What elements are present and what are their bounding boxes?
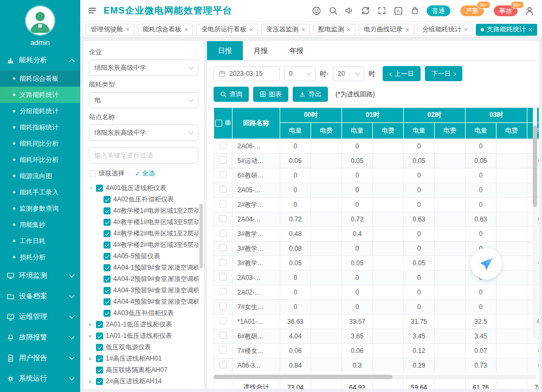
row-checkbox[interactable] [220,259,227,266]
table-row[interactable]: 6#教研...00000 [214,168,539,183]
tab-close-icon[interactable]: × [184,26,188,34]
row-checkbox[interactable] [220,171,227,178]
tab-close-icon[interactable]: × [528,26,532,34]
refresh-icon[interactable] [361,6,370,15]
caret-right-icon[interactable]: ▶ [89,334,96,338]
horizontal-scrollbar[interactable] [214,375,537,379]
sidebar-item[interactable]: 监测参数查询 [0,200,80,217]
tree-node[interactable]: 高压联络隔离柜AH07 [89,364,198,376]
tab-close-icon[interactable]: × [249,26,253,34]
sub-column-header[interactable]: 电费 [496,123,527,139]
row-checkbox[interactable] [220,361,227,368]
energy-type-select[interactable]: 电 [89,92,198,108]
tree-node[interactable]: 4A03低压补偿柜仪表 [89,308,198,319]
table-row[interactable]: 2A02-...00000 [214,285,539,300]
scrollbar-thumb[interactable] [214,375,392,379]
sidebar-section[interactable]: 运维管理 [0,306,80,327]
table-row[interactable]: 2A04-...0.720.720.630.630.6 [214,212,539,227]
sidebar-item[interactable]: 能耗同比分析 [0,135,80,152]
table-row[interactable]: 6#教研...4.043.653.453.453.4 [214,329,539,344]
sub-column-header[interactable]: 电量 [466,123,496,139]
hour-group-header[interactable]: 02时 [404,108,466,123]
sub-column-header[interactable]: 电量 [342,123,373,139]
volume-icon[interactable] [345,6,354,15]
tree-node[interactable]: ▶1#高压进线柜AH01操显 [89,387,198,389]
date-picker[interactable]: 2023-03-15 [214,66,280,81]
row-checkbox[interactable] [220,186,227,193]
tree-checkbox[interactable] [104,310,111,317]
search-icon[interactable] [328,6,338,15]
row-checkbox[interactable] [220,200,227,207]
sub-column-header[interactable]: 电量 [280,123,311,139]
row-checkbox[interactable] [220,156,227,164]
filter-panel-scrollbar[interactable] [199,204,203,388]
tree-node[interactable]: 低压双电源仪表 [89,342,198,353]
tree-checkbox[interactable] [96,344,103,351]
alert-badge[interactable]: 普通 [427,5,450,16]
tree-node[interactable]: ▶2#高压进线柜AH14 [89,376,198,387]
sub-column-header[interactable]: 电费 [311,123,342,139]
table-row[interactable]: 2A06-...00000 [214,139,539,154]
tree-node[interactable]: 4A04-2预留9#食堂屋顶空调机组仪表 [89,273,198,285]
sidebar-item[interactable]: 工作日耗 [0,233,80,249]
nav-tab[interactable]: 支路能耗统计× [476,24,537,36]
select-all-checkbox[interactable] [215,120,222,127]
sidebar-section[interactable]: 能耗分析 [0,50,80,70]
tree-checkbox[interactable] [96,332,103,339]
tab-close-icon[interactable]: × [347,26,351,34]
tree-node[interactable]: 4#教学楼2#电井区域3至6层动力仪表 [89,239,198,251]
sidebar-item[interactable]: 支路能耗统计 [0,87,80,103]
tree-checkbox[interactable] [104,276,111,283]
column-settings-icon[interactable] [225,120,231,127]
row-checkbox[interactable] [220,332,227,339]
row-checkbox[interactable] [220,230,227,237]
tree-checkbox[interactable] [104,287,111,294]
site-select[interactable]: 绵阳东辰高级中学 [89,125,198,141]
row-checkbox[interactable] [220,303,227,310]
cascade-checkbox[interactable] [89,170,96,177]
scrollbar-thumb[interactable] [199,204,203,269]
tree-node[interactable]: 4A04-1预留9#食堂屋顶空调机组仪表 [89,262,198,273]
tab-close-icon[interactable]: × [126,26,130,34]
table-row[interactable]: *1A01-...36.6333.5731.7532.540.1 [214,315,539,329]
support-face-icon[interactable] [312,6,321,16]
tab-close-icon[interactable]: × [405,26,409,34]
nav-tab[interactable]: 分组能耗统计× [417,24,473,36]
sidebar-item[interactable]: 用能集抄 [0,217,80,233]
tree-node[interactable]: ▶1A01-1低压进线柜仪表 [89,330,198,342]
tree-node[interactable]: 4#教学楼1#电井区域1至2层动力仪表 [89,205,198,217]
tree-node[interactable]: 4A04-4预留9#食堂屋顶空调机组仪表 [89,296,198,308]
tree-checkbox[interactable] [96,367,103,374]
nav-tab[interactable]: 变电所运行看板× [196,24,258,36]
caret-right-icon[interactable]: ▶ [89,322,96,327]
tree-checkbox[interactable] [104,230,111,237]
table-row[interactable]: 2A05-...00000 [214,183,539,198]
nav-tab[interactable]: 配电监测× [313,24,356,36]
sidebar-section[interactable]: 基础信息 [0,389,80,392]
translate-icon[interactable]: A [393,6,403,16]
nav-tab[interactable]: 变压器监测× [261,24,310,36]
tab-close-icon[interactable]: × [301,26,305,34]
row-checkbox[interactable] [220,317,227,324]
sub-column-header[interactable]: 电量 [404,123,435,139]
nav-tab[interactable]: 管理驾驶舱× [86,24,134,36]
query-button[interactable]: 查询 [214,87,249,102]
tree-node[interactable]: 4A05-5预留仪表 [89,251,198,262]
hour-from-select[interactable]: 0 [284,66,315,81]
export-button[interactable]: 导出 [293,87,328,102]
row-checkbox[interactable] [220,142,227,149]
table-row[interactable]: 5#运动...0.050.050.050.050.0 [214,154,539,168]
report-tab[interactable]: 年报 [279,41,314,60]
sidebar-item[interactable]: 能源流向图 [0,168,80,184]
row-checkbox[interactable] [220,288,227,295]
menu-toggle-icon[interactable] [88,6,97,15]
keyword-input[interactable] [89,147,198,164]
tree-checkbox[interactable] [104,264,111,271]
alert-badge[interactable]: 严重99+ [460,5,484,16]
tree-checkbox[interactable] [96,321,103,328]
tree-checkbox[interactable] [104,253,111,260]
hour-group-header[interactable]: 03时 [466,108,527,123]
tree-checkbox[interactable] [104,219,111,226]
alert-badge[interactable]: 事故99+ [494,5,518,16]
tree-node[interactable]: ▶1#高压进线柜AH01 [89,353,198,364]
